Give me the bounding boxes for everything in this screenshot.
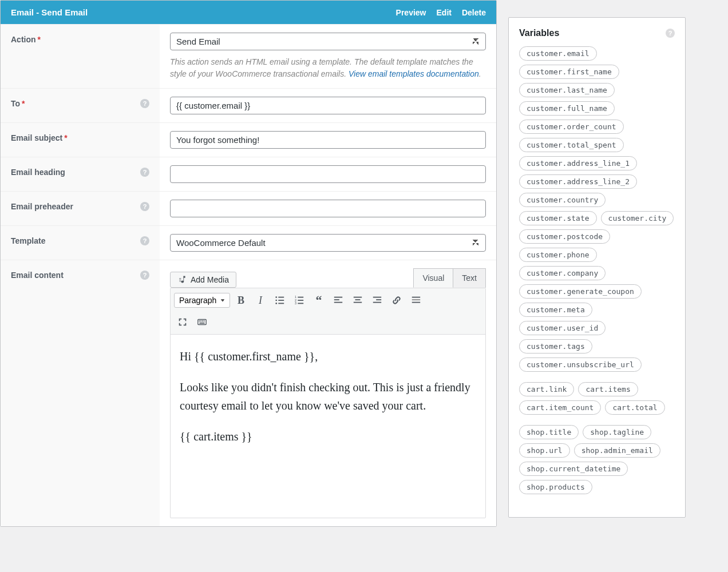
svg-rect-13 xyxy=(334,299,339,300)
variable-group-cart: cart.linkcart.itemscart.item_countcart.t… xyxy=(519,382,675,415)
svg-rect-22 xyxy=(412,299,420,300)
svg-rect-20 xyxy=(373,302,381,303)
variable-chip[interactable]: cart.item_count xyxy=(519,400,601,415)
preheader-field[interactable] xyxy=(170,200,486,217)
variable-chip[interactable]: shop.admin_email xyxy=(574,443,660,458)
variable-chip[interactable]: customer.total_spent xyxy=(519,138,624,152)
heading-field[interactable] xyxy=(170,165,486,183)
variable-chip[interactable]: shop.tagline xyxy=(583,425,651,439)
align-left-button[interactable] xyxy=(330,292,347,309)
delete-link[interactable]: Delete xyxy=(462,8,486,17)
svg-rect-29 xyxy=(200,323,205,324)
svg-rect-28 xyxy=(204,320,205,321)
panel-header: Email - Send Email Preview Edit Delete xyxy=(1,1,496,24)
variable-chip[interactable]: customer.company xyxy=(519,266,606,280)
variable-chip[interactable]: customer.state xyxy=(519,211,597,225)
variable-chip[interactable]: cart.items xyxy=(578,382,638,396)
email-action-panel: Email - Send Email Preview Edit Delete A… xyxy=(0,0,497,527)
variable-chip[interactable]: customer.phone xyxy=(519,248,597,262)
variable-chip[interactable]: customer.generate_coupon xyxy=(519,284,642,299)
keyboard-button[interactable] xyxy=(193,313,211,331)
help-icon[interactable]: ? xyxy=(140,168,149,177)
variable-chip[interactable]: customer.first_name xyxy=(519,65,619,79)
svg-rect-18 xyxy=(373,297,381,298)
editor-paragraph: Hi {{ customer.first_name }}, xyxy=(180,347,476,366)
label-subject: Email subject xyxy=(11,133,62,142)
variable-chip[interactable]: customer.user_id xyxy=(519,321,606,335)
label-heading: Email heading xyxy=(11,168,65,177)
media-icon xyxy=(177,275,187,284)
variables-panel: Variables ? customer.emailcustomer.first… xyxy=(508,17,686,518)
variable-chip[interactable]: customer.country xyxy=(519,193,606,207)
italic-button[interactable]: I xyxy=(252,292,269,309)
to-field[interactable] xyxy=(170,97,486,114)
variable-chip[interactable]: customer.address_line_1 xyxy=(519,156,637,170)
bullet-list-button[interactable] xyxy=(271,292,288,309)
edit-link[interactable]: Edit xyxy=(437,8,452,17)
svg-rect-17 xyxy=(354,302,362,303)
editor-toolbar: Paragraph B I 123 “ xyxy=(171,288,485,335)
align-right-button[interactable] xyxy=(369,292,386,309)
format-select[interactable]: Paragraph xyxy=(174,293,230,308)
variable-chip[interactable]: customer.meta xyxy=(519,303,592,317)
help-icon[interactable]: ? xyxy=(140,99,149,108)
help-icon[interactable]: ? xyxy=(666,29,675,38)
label-template: Template xyxy=(11,236,45,245)
variable-chip[interactable]: customer.tags xyxy=(519,339,592,353)
help-icon[interactable]: ? xyxy=(140,271,149,280)
svg-point-0 xyxy=(275,296,277,298)
svg-rect-3 xyxy=(278,300,284,301)
subject-field[interactable] xyxy=(170,131,486,149)
variable-chip[interactable]: cart.total xyxy=(605,400,664,415)
action-select[interactable]: Send Email xyxy=(170,33,486,50)
align-center-button[interactable] xyxy=(349,292,366,309)
variable-chip[interactable]: customer.last_name xyxy=(519,83,615,97)
variable-chip[interactable]: shop.title xyxy=(519,425,579,439)
required-marker: * xyxy=(64,133,67,142)
numbered-list-button[interactable]: 123 xyxy=(291,292,308,309)
readmore-button[interactable] xyxy=(407,292,425,309)
tab-text[interactable]: Text xyxy=(453,268,486,288)
svg-rect-12 xyxy=(334,297,342,298)
doc-link[interactable]: View email templates documentation xyxy=(349,69,479,78)
help-icon[interactable]: ? xyxy=(140,202,149,211)
variable-group-shop: shop.titleshop.taglineshop.urlshop.admin… xyxy=(519,425,675,494)
tab-visual[interactable]: Visual xyxy=(413,268,453,288)
bold-button[interactable]: B xyxy=(232,292,250,309)
variable-chip[interactable]: customer.order_count xyxy=(519,120,624,134)
blockquote-button[interactable]: “ xyxy=(310,292,327,309)
variable-chip[interactable]: customer.city xyxy=(601,211,674,225)
required-marker: * xyxy=(38,35,41,44)
svg-rect-25 xyxy=(199,320,200,321)
add-media-button[interactable]: Add Media xyxy=(170,272,236,288)
label-preheader: Email preheader xyxy=(11,202,73,211)
variable-chip[interactable]: customer.full_name xyxy=(519,101,615,116)
variable-chip[interactable]: shop.products xyxy=(519,480,592,494)
template-select[interactable]: WooCommerce Default xyxy=(170,234,486,252)
variable-chip[interactable]: shop.current_datetime xyxy=(519,462,628,476)
editor-paragraph: {{ cart.items }} xyxy=(180,427,476,446)
svg-text:3: 3 xyxy=(295,301,296,305)
svg-rect-16 xyxy=(355,299,361,300)
variable-chip[interactable]: cart.link xyxy=(519,382,574,396)
editor-content[interactable]: Hi {{ customer.first_name }}, Looks like… xyxy=(171,335,485,518)
variable-chip[interactable]: customer.address_line_2 xyxy=(519,174,637,189)
svg-rect-19 xyxy=(376,299,381,300)
preview-link[interactable]: Preview xyxy=(396,8,426,17)
fullscreen-button[interactable] xyxy=(174,313,191,331)
variable-chip[interactable]: customer.postcode xyxy=(519,229,610,244)
variable-group-customer: customer.emailcustomer.first_namecustome… xyxy=(519,46,675,372)
svg-rect-21 xyxy=(412,297,420,298)
variable-chip[interactable]: shop.url xyxy=(519,443,570,458)
help-icon[interactable]: ? xyxy=(140,236,149,245)
svg-rect-15 xyxy=(354,297,362,298)
action-description: This action sends an HTML email using a … xyxy=(170,56,486,80)
panel-title: Email - Send Email xyxy=(11,7,88,17)
required-marker: * xyxy=(22,99,25,108)
link-button[interactable] xyxy=(388,292,405,309)
svg-rect-11 xyxy=(298,303,303,304)
label-action: Action xyxy=(11,35,36,44)
variable-chip[interactable]: customer.email xyxy=(519,46,597,61)
svg-point-2 xyxy=(275,300,277,301)
variable-chip[interactable]: customer.unsubscribe_url xyxy=(519,357,642,372)
